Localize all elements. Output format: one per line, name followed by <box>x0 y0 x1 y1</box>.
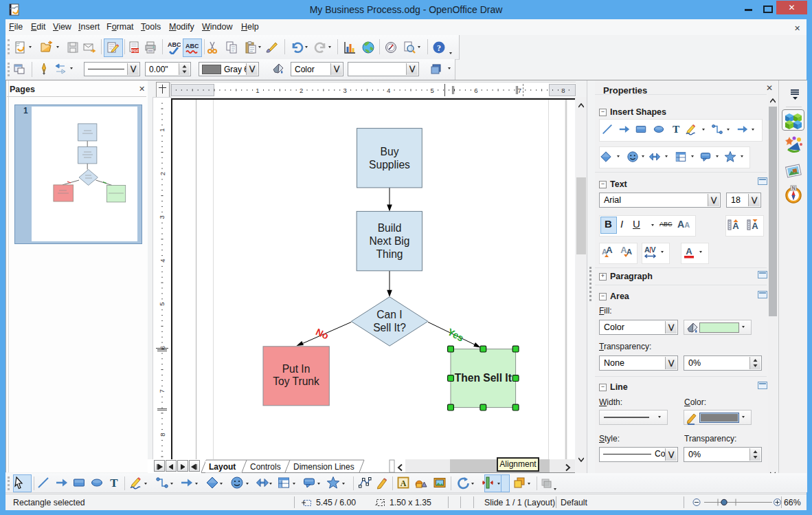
svg-text:?: ? <box>437 43 441 53</box>
svg-text:8: 8 <box>159 432 166 436</box>
svg-text:3: 3 <box>159 215 166 219</box>
svg-text:6: 6 <box>159 346 166 349</box>
svg-text:A: A <box>732 221 739 231</box>
svg-text:5: 5 <box>159 303 166 306</box>
svg-text:8: 8 <box>561 87 565 94</box>
svg-text:Yes: Yes <box>446 326 466 344</box>
svg-text:4: 4 <box>387 87 390 94</box>
svg-text:A: A <box>644 245 650 254</box>
svg-text:2: 2 <box>300 87 303 94</box>
svg-text:Dimension Lines: Dimension Lines <box>293 462 354 472</box>
svg-text:A: A <box>752 221 758 231</box>
svg-text:PDF: PDF <box>131 49 139 53</box>
svg-text:A: A <box>401 479 407 488</box>
svg-text:Thing: Thing <box>376 248 403 260</box>
svg-text:2: 2 <box>159 172 166 175</box>
svg-text:Toy Trunk: Toy Trunk <box>273 375 319 387</box>
svg-text:Layout: Layout <box>209 462 236 472</box>
svg-text:ABC: ABC <box>185 43 199 50</box>
svg-text:7: 7 <box>518 87 521 94</box>
svg-text:1: 1 <box>256 87 259 94</box>
svg-text:No: No <box>314 326 330 341</box>
svg-text:3: 3 <box>343 87 346 94</box>
svg-text:T: T <box>673 123 679 135</box>
svg-text:N: N <box>792 186 796 190</box>
svg-text:5: 5 <box>431 87 434 94</box>
svg-text:1: 1 <box>159 129 166 132</box>
svg-text:Put In: Put In <box>282 363 311 375</box>
svg-text:Controls: Controls <box>250 462 281 472</box>
svg-text:4: 4 <box>159 259 166 262</box>
svg-text:Buy: Buy <box>381 146 399 157</box>
svg-text:T: T <box>110 476 118 490</box>
svg-text:Sell It?: Sell It? <box>373 322 406 333</box>
svg-text:7: 7 <box>159 389 166 393</box>
svg-text:Supplies: Supplies <box>369 159 410 171</box>
svg-text:V: V <box>651 245 656 254</box>
svg-text:A: A <box>686 246 692 256</box>
svg-text:Next Big: Next Big <box>370 235 410 247</box>
svg-text:ABC: ABC <box>168 41 181 48</box>
svg-text:Then Sell It: Then Sell It <box>455 372 512 384</box>
svg-text:Build: Build <box>378 222 402 234</box>
svg-text:6: 6 <box>474 87 477 94</box>
svg-text:Can I: Can I <box>376 309 402 320</box>
svg-text:A: A <box>606 245 613 255</box>
